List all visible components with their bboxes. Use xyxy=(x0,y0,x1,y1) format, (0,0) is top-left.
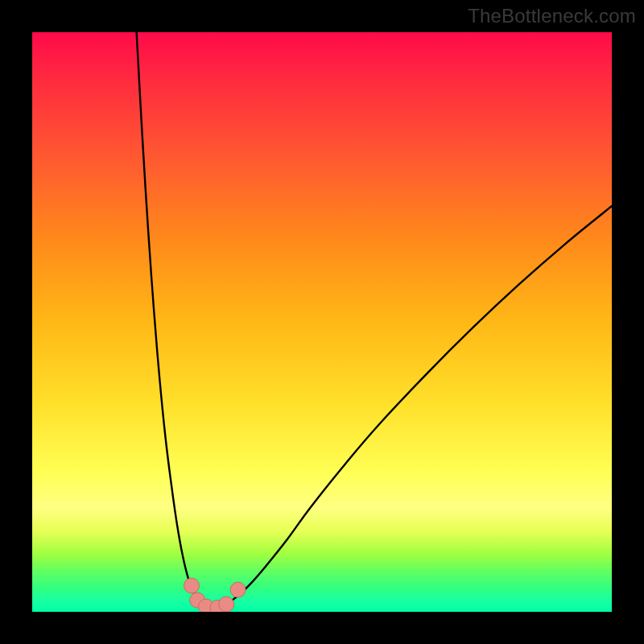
curve-marker xyxy=(219,597,234,612)
curve-layer xyxy=(32,32,612,612)
plot-area xyxy=(32,32,612,612)
chart-frame: TheBottleneck.com xyxy=(0,0,644,644)
bottleneck-curve xyxy=(137,32,612,609)
curve-marker xyxy=(184,578,200,593)
curve-marker xyxy=(230,582,246,597)
watermark-text: TheBottleneck.com xyxy=(468,5,636,27)
curve-markers xyxy=(184,578,246,612)
